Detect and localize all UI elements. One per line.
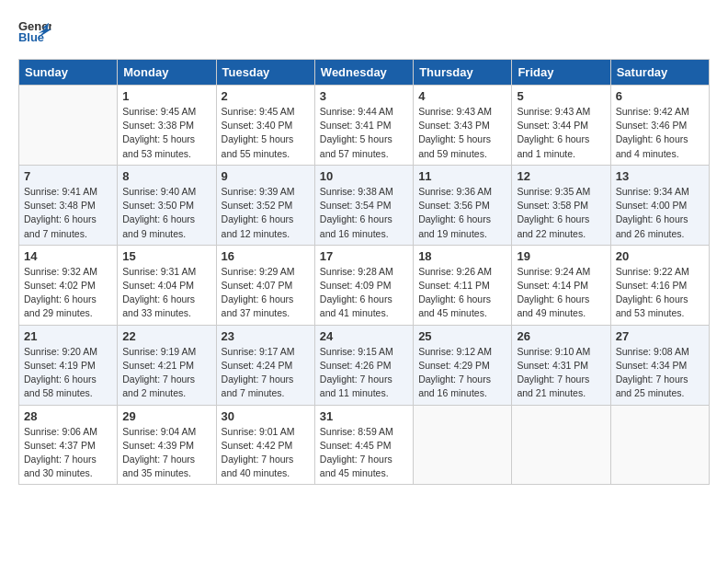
day-info: Sunrise: 9:44 AMSunset: 3:41 PMDaylight:…	[320, 105, 408, 161]
dow-friday: Friday	[512, 60, 610, 86]
day-info: Sunrise: 9:35 AMSunset: 3:58 PMDaylight:…	[517, 185, 605, 241]
calendar-cell: 15Sunrise: 9:31 AMSunset: 4:04 PMDayligh…	[118, 245, 216, 325]
calendar-cell: 17Sunrise: 9:28 AMSunset: 4:09 PMDayligh…	[314, 245, 413, 325]
day-number: 19	[517, 249, 605, 263]
calendar-cell: 2Sunrise: 9:45 AMSunset: 3:40 PMDaylight…	[216, 86, 314, 166]
logo: General Blue	[18, 18, 51, 44]
calendar-body: 1Sunrise: 9:45 AMSunset: 3:38 PMDaylight…	[19, 86, 710, 485]
day-info: Sunrise: 8:59 AMSunset: 4:45 PMDaylight:…	[320, 425, 408, 481]
dow-saturday: Saturday	[610, 60, 709, 86]
calendar-cell: 30Sunrise: 9:01 AMSunset: 4:42 PMDayligh…	[216, 405, 314, 485]
calendar-cell: 18Sunrise: 9:26 AMSunset: 4:11 PMDayligh…	[414, 245, 512, 325]
calendar-cell	[610, 405, 709, 485]
day-info: Sunrise: 9:20 AMSunset: 4:19 PMDaylight:…	[24, 345, 112, 401]
calendar-cell: 10Sunrise: 9:38 AMSunset: 3:54 PMDayligh…	[314, 165, 413, 245]
day-number: 16	[222, 249, 310, 263]
week-row-1: 1Sunrise: 9:45 AMSunset: 3:38 PMDaylight…	[19, 86, 710, 166]
day-info: Sunrise: 9:04 AMSunset: 4:39 PMDaylight:…	[122, 425, 210, 481]
calendar-cell: 9Sunrise: 9:39 AMSunset: 3:52 PMDaylight…	[216, 165, 314, 245]
calendar-cell: 4Sunrise: 9:43 AMSunset: 3:43 PMDaylight…	[414, 86, 512, 166]
calendar-cell: 26Sunrise: 9:10 AMSunset: 4:31 PMDayligh…	[512, 325, 610, 405]
day-number: 13	[616, 169, 704, 183]
day-number: 15	[122, 249, 210, 263]
day-number: 8	[122, 169, 210, 183]
day-number: 14	[24, 249, 112, 263]
calendar-cell: 8Sunrise: 9:40 AMSunset: 3:50 PMDaylight…	[118, 165, 216, 245]
day-number: 21	[24, 329, 112, 343]
day-info: Sunrise: 9:32 AMSunset: 4:02 PMDaylight:…	[24, 265, 112, 321]
page-header: General Blue	[18, 18, 710, 44]
calendar-cell: 19Sunrise: 9:24 AMSunset: 4:14 PMDayligh…	[512, 245, 610, 325]
day-info: Sunrise: 9:41 AMSunset: 3:48 PMDaylight:…	[24, 185, 112, 241]
day-number: 26	[517, 329, 605, 343]
day-info: Sunrise: 9:43 AMSunset: 3:44 PMDaylight:…	[517, 105, 605, 161]
week-row-4: 21Sunrise: 9:20 AMSunset: 4:19 PMDayligh…	[19, 325, 710, 405]
day-info: Sunrise: 9:31 AMSunset: 4:04 PMDaylight:…	[122, 265, 210, 321]
day-number: 5	[517, 89, 605, 103]
day-info: Sunrise: 9:12 AMSunset: 4:29 PMDaylight:…	[418, 345, 506, 401]
day-number: 17	[320, 249, 408, 263]
day-info: Sunrise: 9:22 AMSunset: 4:16 PMDaylight:…	[616, 265, 704, 321]
calendar-cell: 1Sunrise: 9:45 AMSunset: 3:38 PMDaylight…	[118, 86, 216, 166]
day-number: 29	[122, 409, 210, 423]
day-info: Sunrise: 9:34 AMSunset: 4:00 PMDaylight:…	[616, 185, 704, 241]
dow-monday: Monday	[118, 60, 216, 86]
calendar-cell: 27Sunrise: 9:08 AMSunset: 4:34 PMDayligh…	[610, 325, 709, 405]
day-number: 22	[122, 329, 210, 343]
day-number: 20	[616, 249, 704, 263]
calendar-table: SundayMondayTuesdayWednesdayThursdayFrid…	[18, 59, 710, 485]
day-number: 30	[222, 409, 310, 423]
week-row-2: 7Sunrise: 9:41 AMSunset: 3:48 PMDaylight…	[19, 165, 710, 245]
day-info: Sunrise: 9:08 AMSunset: 4:34 PMDaylight:…	[616, 345, 704, 401]
calendar-cell: 13Sunrise: 9:34 AMSunset: 4:00 PMDayligh…	[610, 165, 709, 245]
day-info: Sunrise: 9:45 AMSunset: 3:38 PMDaylight:…	[122, 105, 210, 161]
calendar-cell: 6Sunrise: 9:42 AMSunset: 3:46 PMDaylight…	[610, 86, 709, 166]
day-number: 25	[418, 329, 506, 343]
calendar-cell	[512, 405, 610, 485]
day-number: 24	[320, 329, 408, 343]
calendar-cell	[19, 86, 118, 166]
day-info: Sunrise: 9:40 AMSunset: 3:50 PMDaylight:…	[122, 185, 210, 241]
calendar-cell: 20Sunrise: 9:22 AMSunset: 4:16 PMDayligh…	[610, 245, 709, 325]
day-info: Sunrise: 9:28 AMSunset: 4:09 PMDaylight:…	[320, 265, 408, 321]
day-number: 28	[24, 409, 112, 423]
calendar-cell: 25Sunrise: 9:12 AMSunset: 4:29 PMDayligh…	[414, 325, 512, 405]
logo-icon: General Blue	[18, 18, 51, 44]
calendar-cell: 7Sunrise: 9:41 AMSunset: 3:48 PMDaylight…	[19, 165, 118, 245]
day-number: 27	[616, 329, 704, 343]
calendar-cell: 12Sunrise: 9:35 AMSunset: 3:58 PMDayligh…	[512, 165, 610, 245]
dow-tuesday: Tuesday	[216, 60, 314, 86]
day-info: Sunrise: 9:06 AMSunset: 4:37 PMDaylight:…	[24, 425, 112, 481]
week-row-5: 28Sunrise: 9:06 AMSunset: 4:37 PMDayligh…	[19, 405, 710, 485]
dow-thursday: Thursday	[414, 60, 512, 86]
day-info: Sunrise: 9:10 AMSunset: 4:31 PMDaylight:…	[517, 345, 605, 401]
dow-wednesday: Wednesday	[314, 60, 413, 86]
calendar-cell: 24Sunrise: 9:15 AMSunset: 4:26 PMDayligh…	[314, 325, 413, 405]
day-number: 12	[517, 169, 605, 183]
calendar-cell: 21Sunrise: 9:20 AMSunset: 4:19 PMDayligh…	[19, 325, 118, 405]
day-info: Sunrise: 9:43 AMSunset: 3:43 PMDaylight:…	[418, 105, 506, 161]
calendar-cell: 5Sunrise: 9:43 AMSunset: 3:44 PMDaylight…	[512, 86, 610, 166]
day-number: 6	[616, 89, 704, 103]
day-info: Sunrise: 9:19 AMSunset: 4:21 PMDaylight:…	[122, 345, 210, 401]
day-info: Sunrise: 9:26 AMSunset: 4:11 PMDaylight:…	[418, 265, 506, 321]
day-info: Sunrise: 9:39 AMSunset: 3:52 PMDaylight:…	[222, 185, 310, 241]
calendar-cell: 28Sunrise: 9:06 AMSunset: 4:37 PMDayligh…	[19, 405, 118, 485]
day-info: Sunrise: 9:17 AMSunset: 4:24 PMDaylight:…	[222, 345, 310, 401]
calendar-cell: 16Sunrise: 9:29 AMSunset: 4:07 PMDayligh…	[216, 245, 314, 325]
calendar-cell: 14Sunrise: 9:32 AMSunset: 4:02 PMDayligh…	[19, 245, 118, 325]
day-number: 3	[320, 89, 408, 103]
day-number: 7	[24, 169, 112, 183]
day-info: Sunrise: 9:29 AMSunset: 4:07 PMDaylight:…	[222, 265, 310, 321]
day-number: 4	[418, 89, 506, 103]
day-info: Sunrise: 9:01 AMSunset: 4:42 PMDaylight:…	[222, 425, 310, 481]
day-number: 18	[418, 249, 506, 263]
calendar-cell	[414, 405, 512, 485]
day-number: 2	[222, 89, 310, 103]
week-row-3: 14Sunrise: 9:32 AMSunset: 4:02 PMDayligh…	[19, 245, 710, 325]
day-number: 23	[222, 329, 310, 343]
calendar-cell: 29Sunrise: 9:04 AMSunset: 4:39 PMDayligh…	[118, 405, 216, 485]
day-number: 11	[418, 169, 506, 183]
calendar-cell: 3Sunrise: 9:44 AMSunset: 3:41 PMDaylight…	[314, 86, 413, 166]
day-info: Sunrise: 9:42 AMSunset: 3:46 PMDaylight:…	[616, 105, 704, 161]
